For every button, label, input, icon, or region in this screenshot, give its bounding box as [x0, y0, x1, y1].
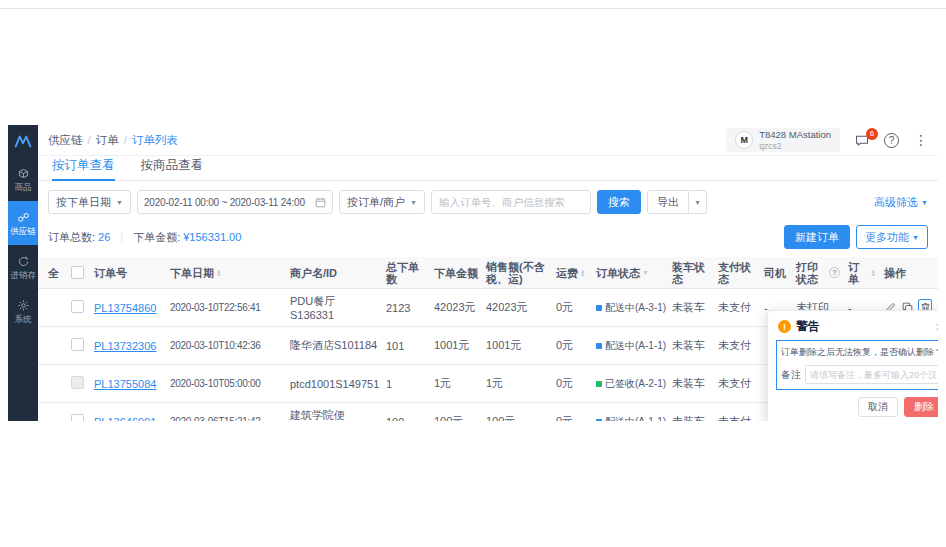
system-icon — [17, 299, 30, 312]
sort-icon[interactable]: ▲▼ — [871, 269, 876, 277]
breadcrumb-orders[interactable]: 订单 — [96, 133, 119, 148]
goods-icon — [17, 167, 30, 180]
column-header-order_no: 订单号 — [90, 267, 166, 279]
dialog-title: 警告 — [796, 318, 820, 335]
help-icon[interactable]: ? — [884, 133, 899, 148]
note-label: 备注 — [781, 368, 801, 382]
breadcrumb-supply-chain[interactable]: 供应链 — [48, 133, 83, 148]
sidebar-item-goods[interactable]: 商品 — [8, 157, 38, 201]
cell-amount: 42023元 — [430, 300, 482, 315]
status-dot — [596, 343, 602, 349]
search-type-select[interactable]: 按订单/商户 ▼ — [339, 190, 425, 214]
advanced-filter-label: 高级筛选 — [874, 195, 918, 210]
cell-count: 2123 — [382, 302, 430, 314]
advanced-filter-link[interactable]: 高级筛选 ▼ — [874, 195, 928, 210]
tab-order-view[interactable]: 按订单查看 — [52, 157, 115, 180]
breadcrumb-separator: / — [124, 134, 127, 146]
sort-icon[interactable]: ▲▼ — [580, 269, 585, 277]
cell-count: 100 — [382, 416, 430, 422]
status-dot — [596, 419, 602, 422]
search-button[interactable]: 搜索 — [597, 190, 641, 214]
delete-confirm-dialog: ! 警告 × 订单删除之后无法恢复，是否确认删除？ 备注 取消 删除 — [767, 310, 938, 421]
cell-pay: 未支付 — [714, 376, 760, 391]
cell-sales: 100元 — [482, 414, 552, 421]
status-dot — [596, 305, 602, 311]
cell-sel — [38, 338, 90, 353]
sort-icon[interactable]: ▲▼ — [216, 269, 221, 277]
divider: | — [120, 231, 123, 243]
user-chip[interactable]: M T8428 MAstation qzcs2 — [726, 128, 840, 152]
cell-status: 配送中(A-1-1) — [592, 415, 668, 422]
cell-pay: 未支付 — [714, 300, 760, 315]
chevron-down-icon: ▼ — [410, 199, 417, 206]
cell-sales: 1元 — [482, 376, 552, 391]
note-input[interactable] — [805, 365, 938, 384]
export-button[interactable]: 导出 — [647, 190, 689, 214]
order-link[interactable]: PL13646991 — [94, 416, 156, 422]
more-actions-button[interactable]: 更多功能 ▼ — [856, 225, 928, 249]
cell-amount: 100元 — [430, 414, 482, 421]
app-window: 商品供应链进销存系统 供应链 / 订单 / 订单列表 M T8428 MAsta… — [8, 125, 938, 421]
cell-sel — [38, 376, 90, 391]
order-link[interactable]: PL13755084 — [94, 378, 156, 390]
column-header-freight: 运费▲▼ — [552, 267, 592, 279]
supply-chain-icon — [17, 211, 30, 224]
date-type-select[interactable]: 按下单日期 ▼ — [48, 190, 131, 214]
main-panel: 供应链 / 订单 / 订单列表 M T8428 MAstation qzcs2 … — [38, 125, 938, 421]
select-all-checkbox[interactable] — [71, 266, 84, 279]
order-total-value: 26 — [98, 231, 110, 243]
warning-icon: ! — [778, 320, 791, 333]
cell-merchant: 建筑学院便S100901 — [286, 408, 382, 421]
row-checkbox[interactable] — [71, 338, 84, 351]
new-order-button[interactable]: 新建订单 — [784, 225, 850, 249]
cell-merchant: ptcd1001S149751 — [286, 378, 382, 390]
cell-pay: 未支付 — [714, 414, 760, 421]
date-range-input[interactable]: 2020-02-11 00:00 ~ 2020-03-11 24:00 — [137, 190, 333, 214]
cell-sales: 42023元 — [482, 300, 552, 315]
cell-count: 101 — [382, 340, 430, 352]
cell-order_no: PL13646991 — [90, 416, 166, 422]
breadcrumb-current: 订单列表 — [132, 133, 178, 148]
row-checkbox[interactable] — [71, 300, 84, 313]
breadcrumb-separator: / — [88, 134, 91, 146]
cell-sel — [38, 414, 90, 421]
sidebar-item-inventory[interactable]: 进销存 — [8, 245, 38, 289]
column-header-ops: 操作 — [880, 267, 936, 279]
row-checkbox[interactable] — [71, 376, 84, 389]
cell-load: 未装车 — [668, 414, 714, 421]
column-header-driver: 司机 — [760, 267, 792, 279]
search-type-value: 按订单/商户 — [347, 195, 405, 210]
window-top-border — [0, 8, 946, 9]
cancel-button[interactable]: 取消 — [858, 397, 898, 417]
cell-status: 配送中(A-1-1) — [592, 339, 668, 353]
export-split-button: 导出 ▼ — [647, 190, 707, 214]
order-link[interactable]: PL13754860 — [94, 302, 156, 314]
sidebar-nav: 商品供应链进销存系统 — [8, 157, 38, 333]
app-logo[interactable] — [8, 125, 38, 157]
sidebar-item-supply-chain[interactable]: 供应链 — [8, 201, 38, 245]
dialog-message: 订单删除之后无法恢复，是否确认删除？ — [781, 346, 938, 359]
sidebar-item-system[interactable]: 系统 — [8, 289, 38, 333]
cell-date: 2020-03-06T15:21:42 — [166, 416, 286, 421]
column-header-count: 总下单数 — [382, 261, 430, 285]
close-icon[interactable]: × — [936, 320, 938, 334]
filter-icon[interactable]: ▼ — [642, 267, 649, 279]
delete-button[interactable]: 删除 — [904, 397, 938, 417]
summary-bar: 订单总数: 26 | 下单金额: ¥156331.00 新建订单 更多功能 ▼ — [38, 215, 938, 257]
filter-bar: 按下单日期 ▼ 2020-02-11 00:00 ~ 2020-03-11 24… — [38, 181, 938, 215]
more-menu-icon[interactable]: ⋮ — [914, 132, 928, 148]
cell-freight: 0元 — [552, 376, 592, 391]
cell-count: 1 — [382, 378, 430, 390]
export-caret-icon[interactable]: ▼ — [689, 190, 707, 214]
tab-product-view[interactable]: 按商品查看 — [141, 157, 204, 180]
chevron-down-icon: ▼ — [921, 199, 928, 206]
search-input[interactable] — [431, 190, 591, 214]
date-type-value: 按下单日期 — [56, 195, 111, 210]
order-link[interactable]: PL13732306 — [94, 340, 156, 352]
dialog-body: 订单删除之后无法恢复，是否确认删除？ 备注 — [776, 340, 938, 390]
message-icon[interactable]: 6 — [855, 134, 869, 147]
column-header-sel: 全 — [38, 266, 90, 279]
row-checkbox[interactable] — [71, 414, 84, 421]
column-header-date: 下单日期▲▼ — [166, 267, 286, 279]
more-actions-label: 更多功能 — [865, 230, 909, 245]
